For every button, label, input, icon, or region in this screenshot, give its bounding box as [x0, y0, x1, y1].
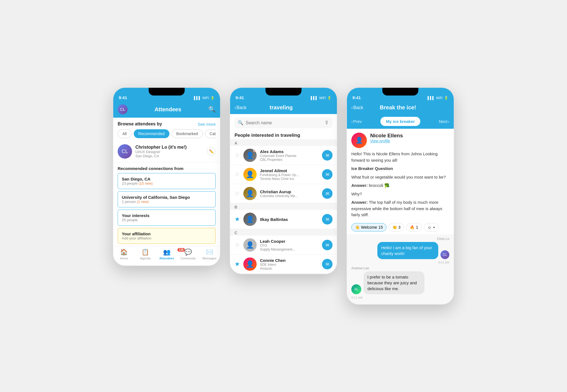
- avatar-alex: 👤: [243, 149, 257, 162]
- phones-container: 9:41 ▌▌▌ WiFi 🔋 CL Attendees 🔍 Browse at…: [113, 87, 454, 305]
- wifi-icon-2: WiFi: [319, 96, 326, 100]
- nav-community[interactable]: 136 💬 Community: [177, 249, 199, 260]
- msg-btn-jennel[interactable]: ✉: [322, 169, 333, 180]
- status-time-3: 9:41: [352, 95, 361, 100]
- profile-name: Nicole Ellens: [370, 133, 403, 139]
- conn-badge-0: (10 new): [139, 181, 153, 185]
- edit-profile-button[interactable]: ✏️: [207, 147, 216, 156]
- view-profile-link[interactable]: View profile: [370, 139, 403, 143]
- person-info-leah: Leah Cooper CFO Supply Manangement...: [260, 239, 319, 251]
- attendees-title: Attendees: [128, 106, 208, 113]
- star-leah[interactable]: ☆: [234, 241, 240, 249]
- nav-home[interactable]: 🏠 Home: [113, 249, 135, 260]
- conn-sub-0: 23 people (10 new): [122, 181, 212, 185]
- icebreaker-title: Break the ice!: [363, 104, 433, 111]
- nav-agenda[interactable]: 📋 Agenda: [135, 249, 156, 260]
- filter-all[interactable]: All: [118, 129, 132, 138]
- current-user-avatar[interactable]: CL: [118, 144, 132, 159]
- filter-bookmarked[interactable]: Bookmarked: [172, 129, 203, 138]
- connections-label: Recommended connections from: [113, 162, 220, 173]
- person-info-christian: Christian Aurup Columbia University Me..…: [260, 189, 319, 198]
- signal-icon-3: ▌▌▌: [427, 96, 435, 100]
- search-bar: 🔍 🎙: [234, 117, 333, 128]
- reaction-clap[interactable]: 👏 3: [389, 223, 404, 231]
- see-more-link[interactable]: See more: [198, 122, 216, 127]
- smile-emoji: ☺: [427, 225, 431, 229]
- profile-avatar: 👤: [351, 133, 367, 148]
- filter-categ[interactable]: Categ...: [205, 129, 216, 138]
- nav-attendees[interactable]: 👥 Attendees: [156, 249, 177, 260]
- filter-recommended[interactable]: Recommended: [134, 129, 169, 138]
- connection-affiliation[interactable]: Your affiliation Add your affiliation: [118, 228, 216, 244]
- status-time-1: 9:41: [119, 95, 127, 100]
- phone1-body: Browse attendees by See more All Recomme…: [113, 118, 220, 244]
- person-christian: ☆ 👤 Christian Aurup Columbia University …: [230, 184, 337, 203]
- chat-sender-1: Chris Lo: [351, 237, 449, 241]
- prev-button[interactable]: ‹ Prev: [351, 119, 362, 124]
- person-alex-adams: ☆ 👤 Alex Adams Corporate Event Planner C…: [230, 146, 337, 165]
- back-button-2[interactable]: ‹ Back: [234, 105, 246, 110]
- person-role-christian: Columbia University Me...: [260, 194, 319, 198]
- conn-sub-1: 1 person (1 new): [122, 200, 212, 204]
- nav-messages-label: Messages: [202, 257, 216, 260]
- my-icebreaker-button[interactable]: My ice breaker: [380, 117, 420, 126]
- connection-ucsd[interactable]: University of California, San Diego 1 pe…: [118, 191, 216, 207]
- battery-icon-1: 🔋: [210, 96, 215, 100]
- conn-sub-3: Add your affiliation: [122, 236, 212, 240]
- star-connie[interactable]: ★: [234, 261, 240, 268]
- current-user-location: San Diego, CA: [135, 154, 207, 158]
- reaction-fire[interactable]: 🔥 1: [406, 223, 422, 231]
- star-christian[interactable]: ☆: [234, 190, 240, 197]
- person-name-alex: Alex Adams: [260, 149, 319, 154]
- ice-answer1: Answer: broccoli 🥦: [351, 182, 449, 189]
- person-ilkay: ★ 👤 Ilkay Baltintas ✉: [230, 210, 337, 229]
- avatar-connie: 👤: [243, 257, 257, 271]
- clap-count: 3: [398, 225, 401, 229]
- star-jennel[interactable]: ☆: [234, 171, 240, 178]
- browse-header: Browse attendees by See more: [118, 122, 216, 127]
- msg-btn-leah[interactable]: ✉: [322, 240, 333, 250]
- back-button-3[interactable]: ‹ Back: [351, 105, 363, 110]
- bottom-nav: 🏠 Home 📋 Agenda 👥 Attendees 136 💬 Commun…: [113, 246, 220, 265]
- avatar-jennel: 👤: [243, 168, 257, 181]
- alpha-section-b: B: [230, 203, 337, 210]
- msg-btn-ilkay[interactable]: ✉: [322, 214, 333, 225]
- person-company-jennel: Toronto Mass Choir Inc.: [260, 177, 319, 181]
- next-button[interactable]: Next ›: [439, 119, 449, 124]
- clap-emoji: 👏: [392, 225, 397, 229]
- connection-interests[interactable]: Your interests 25 people: [118, 210, 216, 226]
- browse-section: Browse attendees by See more All Recomme…: [113, 118, 220, 141]
- nav-messages[interactable]: ✉️ Messages: [199, 249, 220, 260]
- status-time-2: 9:41: [236, 95, 244, 100]
- wifi-icon-3: WiFi: [436, 96, 443, 100]
- search-icon[interactable]: 🔍: [208, 106, 216, 113]
- person-role-alex: Corporate Event Planner: [260, 154, 319, 158]
- msg-btn-alex[interactable]: ✉: [322, 150, 333, 161]
- status-bar-3: 9:41 ▌▌▌ WiFi 🔋: [347, 88, 454, 102]
- connection-san-diego[interactable]: San Diego, CA 23 people (10 new): [118, 173, 216, 189]
- msg-btn-christian[interactable]: ✉: [322, 188, 333, 199]
- user-avatar[interactable]: CL: [118, 104, 128, 114]
- reaction-add[interactable]: ☺ +: [424, 223, 439, 231]
- person-company-leah: Supply Manangement...: [260, 247, 319, 251]
- person-role-leah: CFO: [260, 244, 319, 247]
- msg-btn-connie[interactable]: ✉: [322, 259, 333, 269]
- chat-bubble-2: I prefer to be a tomato because they are…: [364, 271, 424, 294]
- reaction-welcome[interactable]: 👋 Welcome 15: [351, 223, 386, 231]
- alpha-section-a: A: [230, 139, 337, 146]
- chat-avatar-2: AL: [351, 284, 361, 294]
- status-icons-1: ▌▌▌ WiFi 🔋: [194, 96, 215, 100]
- search-icon-2: 🔍: [238, 120, 243, 125]
- person-role-jennel: Fundraising & Power Up...: [260, 173, 319, 177]
- search-input[interactable]: [246, 120, 322, 125]
- nav-agenda-label: Agenda: [140, 257, 151, 260]
- star-alex[interactable]: ☆: [234, 152, 240, 159]
- current-user-role: UI/UX Designer: [135, 150, 207, 154]
- person-name-ilkay: Ilkay Baltintas: [260, 217, 319, 222]
- phone-icebreaker: 9:41 ▌▌▌ WiFi 🔋 ‹ Back Break the ice! ‹ …: [346, 87, 454, 305]
- status-icons-2: ▌▌▌ WiFi 🔋: [311, 96, 331, 100]
- mic-icon[interactable]: 🎙: [324, 120, 329, 126]
- nav-home-label: Home: [120, 257, 128, 260]
- star-ilkay[interactable]: ★: [234, 216, 240, 223]
- icebreaker-header: ‹ Back Break the ice!: [347, 102, 454, 114]
